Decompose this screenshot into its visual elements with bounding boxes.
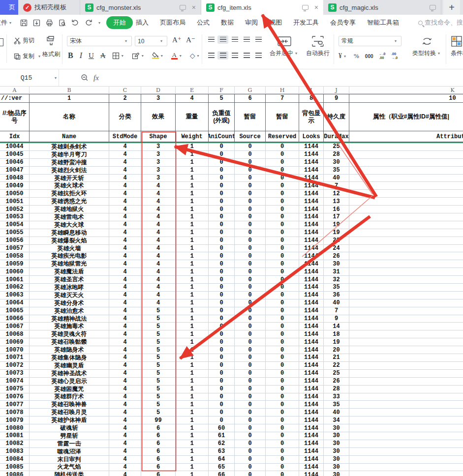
cell[interactable]: 4 xyxy=(109,432,141,440)
cell[interactable]: 13 xyxy=(324,198,349,206)
cell[interactable]: 1144 xyxy=(299,448,324,456)
distribute-icon[interactable] xyxy=(253,51,264,60)
cell[interactable]: 3 xyxy=(141,167,176,175)
cell[interactable]: 1 xyxy=(176,292,209,299)
cell[interactable]: 英雄治愈术 xyxy=(30,307,109,315)
file-menu[interactable]: 文件 xyxy=(0,18,7,27)
cell[interactable]: 英雄灵魂火符 xyxy=(30,330,109,338)
cell-empty[interactable] xyxy=(349,409,463,416)
cell[interactable]: 22 xyxy=(324,237,349,245)
cell[interactable]: 35 xyxy=(324,401,349,409)
align-top-icon[interactable] xyxy=(206,35,216,44)
cell[interactable]: 1 xyxy=(176,424,209,432)
increase-font-button[interactable]: A⁺ xyxy=(172,35,182,44)
cell[interactable]: 0 xyxy=(235,393,266,401)
cell[interactable]: 1144 xyxy=(299,198,324,206)
cell[interactable]: 10078 xyxy=(0,409,30,416)
cell[interactable]: 0 xyxy=(266,245,299,253)
cell[interactable]: 1144 xyxy=(299,354,324,362)
cell[interactable]: 0 xyxy=(235,198,266,206)
cell[interactable]: 0 xyxy=(235,167,266,175)
cell-empty[interactable] xyxy=(349,338,463,346)
cell[interactable]: 1144 xyxy=(299,432,324,440)
cell[interactable]: 4 xyxy=(109,260,141,268)
cell-header[interactable]: Source xyxy=(235,131,266,142)
cell[interactable]: 10049 xyxy=(0,182,30,190)
cell-header[interactable]: //:物品序号 xyxy=(0,103,30,131)
cell[interactable]: 0 xyxy=(235,213,266,221)
cell[interactable]: 0 xyxy=(266,464,299,472)
currency-button[interactable]: ¥▾ xyxy=(339,52,348,60)
cell[interactable]: 0 xyxy=(235,182,266,190)
close-tab-icon[interactable]: × xyxy=(192,4,196,11)
cell[interactable]: 0 xyxy=(266,190,299,198)
cell[interactable]: 4 xyxy=(141,299,176,307)
cell[interactable]: 1 xyxy=(176,182,209,190)
format-painter-button[interactable]: 格式刷 xyxy=(42,35,60,59)
cell[interactable]: 0 xyxy=(266,307,299,315)
cell[interactable]: 0 xyxy=(266,175,299,182)
cell[interactable]: 英雄大火球 xyxy=(30,221,109,229)
cell[interactable]: 5 xyxy=(141,378,176,386)
cell[interactable]: 4 xyxy=(109,175,141,182)
cell[interactable]: 4 xyxy=(109,440,141,448)
cell[interactable]: 4 xyxy=(109,182,141,190)
cell[interactable]: 0 xyxy=(209,370,235,378)
cell[interactable]: 10045 xyxy=(0,151,30,159)
cell[interactable]: 英雄开天斩 xyxy=(30,175,109,182)
cell[interactable]: 英雄雷电术 xyxy=(30,213,109,221)
cell[interactable]: 10086 xyxy=(0,471,30,476)
cell[interactable]: 0 xyxy=(266,471,299,476)
cell[interactable]: 0 xyxy=(209,284,235,292)
cell[interactable]: 英雄护体神盾 xyxy=(30,416,109,424)
cell-empty[interactable] xyxy=(349,448,463,456)
cell[interactable]: 0 xyxy=(235,401,266,409)
cell[interactable]: 6 xyxy=(141,432,176,440)
cell[interactable]: 0 xyxy=(266,252,299,260)
cell[interactable]: 10081 xyxy=(0,432,30,440)
cell[interactable]: 10050 xyxy=(0,190,30,198)
cell[interactable]: 英雄分身术 xyxy=(30,299,109,307)
percent-button[interactable]: % xyxy=(354,52,359,60)
cell[interactable]: 1 xyxy=(176,409,209,416)
cell[interactable]: 4 xyxy=(109,354,141,362)
underline-button[interactable]: U xyxy=(89,52,94,60)
cell-empty[interactable] xyxy=(349,143,463,151)
cell-empty[interactable] xyxy=(349,416,463,424)
cell[interactable]: 4 xyxy=(109,213,141,221)
cell[interactable]: 0 xyxy=(266,440,299,448)
cell[interactable]: 6 xyxy=(141,424,176,432)
cell[interactable]: 0 xyxy=(209,330,235,338)
cell[interactable]: 1 xyxy=(176,323,209,330)
cell[interactable]: 1144 xyxy=(299,323,324,330)
cell[interactable]: 随机传送类 xyxy=(30,471,109,476)
cell[interactable]: 10063 xyxy=(0,292,30,299)
cell[interactable]: 1144 xyxy=(299,307,324,315)
cell-header[interactable]: Idx xyxy=(0,131,30,142)
cell[interactable]: 0 xyxy=(266,456,299,464)
cell[interactable]: 30 xyxy=(324,471,349,476)
cell[interactable]: 4 xyxy=(109,284,141,292)
cell[interactable]: 英雄魔法盾 xyxy=(30,268,109,276)
cell[interactable]: 4 xyxy=(109,378,141,386)
cell[interactable]: 0 xyxy=(209,378,235,386)
cell[interactable]: 0 xyxy=(235,370,266,378)
cell[interactable]: 4 xyxy=(141,190,176,198)
cell-empty[interactable] xyxy=(349,378,463,386)
cell[interactable]: 5 xyxy=(141,409,176,416)
cell[interactable]: 1144 xyxy=(299,386,324,393)
cell[interactable]: 0 xyxy=(266,330,299,338)
cell[interactable]: 0 xyxy=(209,386,235,393)
cell[interactable]: 4 xyxy=(109,471,141,476)
cell[interactable]: 0 xyxy=(209,229,235,237)
cell[interactable]: 1 xyxy=(176,354,209,362)
cell-empty[interactable] xyxy=(349,260,463,268)
cell-empty[interactable] xyxy=(349,292,463,299)
cell[interactable]: 4 xyxy=(109,221,141,229)
cell[interactable]: 1 xyxy=(176,393,209,401)
cell[interactable]: 10054 xyxy=(0,221,30,229)
cell-header[interactable]: 5 xyxy=(209,94,235,103)
cell[interactable]: 英雄火墙 xyxy=(30,245,109,253)
cell[interactable]: 1144 xyxy=(299,237,324,245)
cell[interactable]: 0 xyxy=(235,151,266,159)
